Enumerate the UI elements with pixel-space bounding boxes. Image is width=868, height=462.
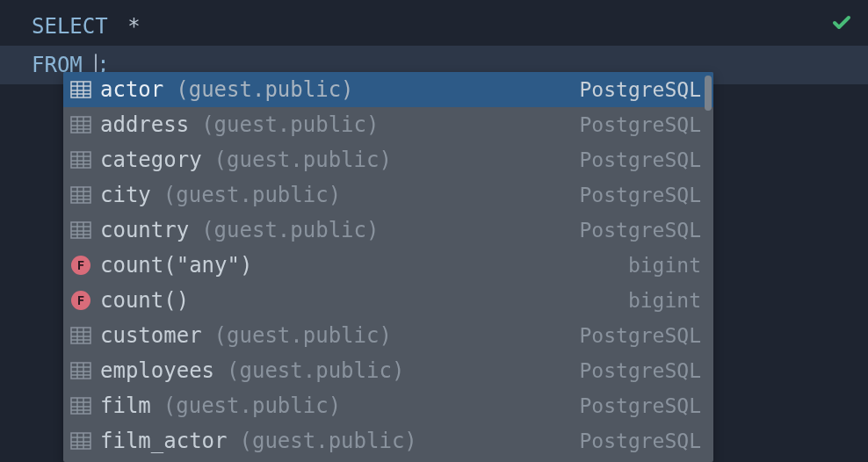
item-context: (guest.public) xyxy=(240,429,417,453)
item-type: bigint xyxy=(628,289,701,312)
item-name: customer xyxy=(100,323,202,348)
item-type: PostgreSQL xyxy=(580,219,701,242)
svg-rect-36 xyxy=(71,363,90,379)
item-name: count() xyxy=(100,288,189,313)
item-name: address xyxy=(100,112,189,137)
autocomplete-item[interactable]: actor(guest.public)PostgreSQL xyxy=(63,72,713,107)
item-context: (guest.public) xyxy=(163,393,341,418)
function-icon: F xyxy=(70,256,91,275)
table-icon xyxy=(70,220,91,240)
scrollbar-thumb[interactable] xyxy=(705,76,712,111)
item-context: (guest.public) xyxy=(163,183,341,207)
item-name: film xyxy=(100,393,151,418)
code-line-1[interactable]: SELECT * xyxy=(0,7,868,46)
item-name: city xyxy=(100,183,151,207)
item-name: actor xyxy=(100,77,163,102)
select-columns: * xyxy=(127,14,140,39)
autocomplete-list[interactable]: actor(guest.public)PostgreSQL address(gu… xyxy=(63,72,713,462)
item-type: PostgreSQL xyxy=(580,394,701,417)
table-icon xyxy=(70,326,91,345)
table-icon xyxy=(70,150,91,170)
autocomplete-item[interactable]: employees(guest.public)PostgreSQL xyxy=(63,353,713,388)
table-icon xyxy=(70,396,91,415)
function-icon: F xyxy=(70,291,91,310)
autocomplete-item[interactable]: film_actor(guest.public)PostgreSQL xyxy=(63,423,713,458)
svg-rect-48 xyxy=(71,433,90,449)
item-name: count("any") xyxy=(100,253,252,278)
keyword-select: SELECT xyxy=(32,14,108,39)
valid-checkmark-icon xyxy=(831,11,852,40)
item-name: film_actor xyxy=(100,429,228,453)
autocomplete-item[interactable]: city(guest.public)PostgreSQL xyxy=(63,177,713,213)
table-icon xyxy=(70,431,91,451)
item-name: category xyxy=(100,148,202,172)
autocomplete-item[interactable]: address(guest.public)PostgreSQL xyxy=(63,107,713,142)
item-type: PostgreSQL xyxy=(580,184,701,206)
table-icon xyxy=(70,361,91,380)
svg-rect-0 xyxy=(71,82,90,97)
svg-rect-12 xyxy=(71,152,90,168)
item-context: (guest.public) xyxy=(214,323,392,348)
item-context: (guest.public) xyxy=(176,77,353,102)
autocomplete-item[interactable]: category(guest.public)PostgreSQL xyxy=(63,142,713,177)
svg-rect-18 xyxy=(71,187,90,203)
item-type: PostgreSQL xyxy=(580,113,701,136)
table-icon xyxy=(70,115,91,134)
svg-rect-30 xyxy=(71,328,90,343)
table-icon xyxy=(70,185,91,205)
item-name: country xyxy=(100,218,189,242)
item-type: PostgreSQL xyxy=(580,148,701,171)
autocomplete-item[interactable]: Fcount("any")bigint xyxy=(63,248,713,283)
item-type: PostgreSQL xyxy=(580,78,701,101)
item-name: employees xyxy=(100,358,214,383)
item-type: PostgreSQL xyxy=(580,359,701,382)
autocomplete-item[interactable]: customer(guest.public)PostgreSQL xyxy=(63,318,713,353)
item-context: (guest.public) xyxy=(227,358,404,383)
autocomplete-item[interactable]: Fcount()bigint xyxy=(63,283,713,318)
item-context: (guest.public) xyxy=(214,148,392,172)
item-context: (guest.public) xyxy=(201,218,379,242)
item-type: PostgreSQL xyxy=(580,324,701,347)
item-context: (guest.public) xyxy=(201,112,379,137)
item-type: PostgreSQL xyxy=(580,430,701,452)
svg-rect-6 xyxy=(71,117,90,133)
autocomplete-item[interactable]: country(guest.public)PostgreSQL xyxy=(63,213,713,248)
item-type: bigint xyxy=(628,254,701,277)
table-icon xyxy=(70,80,91,99)
svg-rect-42 xyxy=(71,398,90,414)
svg-rect-24 xyxy=(71,222,90,238)
autocomplete-popup[interactable]: actor(guest.public)PostgreSQL address(gu… xyxy=(63,72,713,462)
autocomplete-item[interactable]: film(guest.public)PostgreSQL xyxy=(63,388,713,423)
